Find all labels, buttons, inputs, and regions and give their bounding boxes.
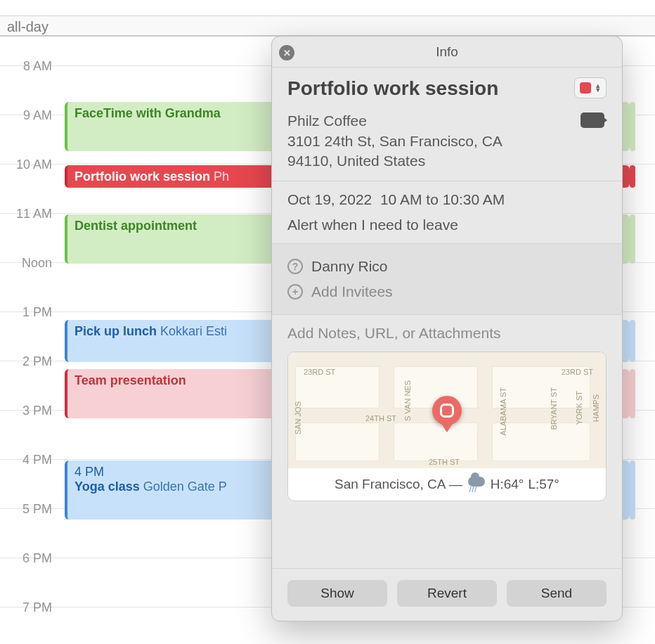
event-datetime[interactable]: Oct 19, 2022 10 AM to 10:30 AM <box>287 191 607 208</box>
hour-label: 7 PM <box>0 600 59 615</box>
event-alert[interactable]: Alert when I need to leave <box>287 217 607 233</box>
hour-label: 3 PM <box>0 404 59 418</box>
event-title: Portfolio work session <box>74 169 210 183</box>
weather-row: San Francisco, CA — /// H:64° L:57° <box>288 468 606 501</box>
location-addr: 3101 24th St, San Francisco, CA <box>287 131 502 151</box>
event-title-input[interactable]: Portfolio work session <box>287 77 498 100</box>
event-date: Oct 19, 2022 <box>287 191 372 207</box>
weather-city: San Francisco, CA — <box>335 477 462 492</box>
add-invitees-label: Add Invitees <box>311 283 393 300</box>
popover-titlebar: Info <box>272 37 622 67</box>
street-label: S VAN NES <box>403 380 412 421</box>
event-timerange: 10 AM to 10:30 AM <box>380 191 505 207</box>
chevron-up-down-icon: ▲▼ <box>595 84 601 92</box>
send-button[interactable]: Send <box>507 580 607 607</box>
add-invitees-button[interactable]: Add Invitees <box>287 279 607 304</box>
section-datetime: Oct 19, 2022 10 AM to 10:30 AM Alert whe… <box>272 181 622 244</box>
event-sliver <box>630 214 635 264</box>
event-location-input[interactable]: Philz Coffee 3101 24th St, San Francisco… <box>287 111 502 171</box>
location-addr: 94110, United States <box>287 151 502 171</box>
calendar-color-picker[interactable]: ▲▼ <box>574 77 607 98</box>
invitee-name: Danny Rico <box>311 258 388 275</box>
event-location: Ph <box>214 169 229 183</box>
rain-icon: /// <box>467 477 486 492</box>
section-notes: Add Notes, URL, or Attachments 23RD ST 2… <box>272 315 622 569</box>
popover-title: Info <box>436 44 458 60</box>
all-day-row: all-day <box>0 15 655 37</box>
hour-label: 11 AM <box>0 207 59 221</box>
event-title: Team presentation <box>74 373 186 387</box>
street-label: 25TH ST <box>429 458 460 466</box>
color-swatch-icon <box>580 82 591 94</box>
hour-label: Noon <box>0 256 59 271</box>
all-day-label: all-day <box>0 19 48 34</box>
street-label: HAMPS <box>592 394 600 422</box>
weather-low: L:57° <box>528 477 559 492</box>
map-pin-icon <box>432 396 462 432</box>
event-title: FaceTime with Grandma <box>74 106 221 120</box>
event-sliver <box>630 320 635 362</box>
street-label: BRYANT ST <box>550 387 558 430</box>
event-title: Dentist appointment <box>74 219 197 233</box>
hour-label: 10 AM <box>0 157 59 172</box>
event-sliver <box>630 102 635 151</box>
map-preview[interactable]: 23RD ST 23RD ST 24TH ST 25TH ST SAN JOS … <box>288 352 606 468</box>
status-unknown-icon <box>287 259 303 274</box>
event-sliver <box>630 461 635 520</box>
notes-input[interactable]: Add Notes, URL, or Attachments <box>287 325 607 342</box>
street-label: SAN JOS <box>294 401 302 434</box>
street-label: ALABAMA ST <box>499 387 507 435</box>
show-button[interactable]: Show <box>287 580 387 607</box>
hour-label: 9 AM <box>0 108 59 123</box>
location-map-card[interactable]: 23RD ST 23RD ST 24TH ST 25TH ST SAN JOS … <box>287 352 607 501</box>
revert-button[interactable]: Revert <box>397 580 497 607</box>
section-title-location: Portfolio work session ▲▼ Philz Coffee 3… <box>272 67 622 181</box>
weather-high: H:64° <box>491 477 524 492</box>
popover-button-row: Show Revert Send <box>272 569 622 621</box>
street-label: 23RD ST <box>304 368 335 376</box>
hour-label: 4 PM <box>0 453 59 468</box>
event-sliver <box>630 369 635 418</box>
street-label: YORK ST <box>575 391 583 425</box>
event-location: Golden Gate P <box>143 479 227 494</box>
section-invitees: Danny Rico Add Invitees <box>272 244 622 315</box>
event-sliver <box>630 165 635 188</box>
location-name: Philz Coffee <box>287 111 502 131</box>
event-location: Kokkari Esti <box>160 324 227 338</box>
plus-icon <box>287 284 303 300</box>
hour-label: 2 PM <box>0 354 59 369</box>
street-label: 23RD ST <box>562 368 593 376</box>
hour-label: 1 PM <box>0 305 59 320</box>
event-title: Pick up lunch <box>74 324 157 338</box>
invitee-row[interactable]: Danny Rico <box>287 254 607 279</box>
event-title: Yoga class <box>74 479 140 494</box>
hour-label: 5 PM <box>0 502 59 517</box>
video-call-icon[interactable] <box>581 112 604 128</box>
event-info-popover: Info Portfolio work session ▲▼ Philz Cof… <box>271 36 623 622</box>
street-label: 24TH ST <box>365 414 396 423</box>
close-icon[interactable] <box>279 45 294 60</box>
hour-label: 6 PM <box>0 551 59 566</box>
hour-label: 8 AM <box>0 59 59 74</box>
